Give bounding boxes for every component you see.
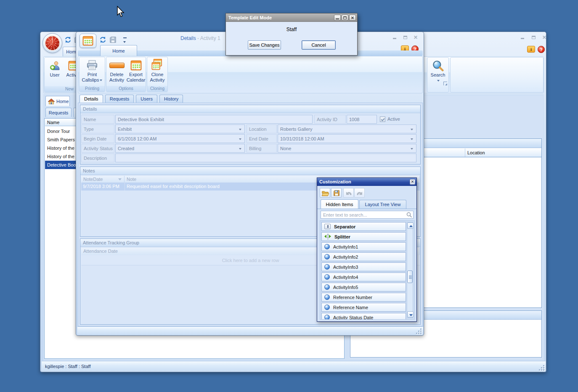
attendance-group-caption-label: Attendance Tracking Group <box>83 240 139 245</box>
scroll-thumb[interactable] <box>407 270 413 283</box>
note-row-text: Requested easel for exhibit description … <box>127 183 220 191</box>
tab-layout-tree-view[interactable]: Layout Tree View <box>359 200 406 209</box>
hidden-item[interactable]: ActivityInfo5 <box>321 283 406 291</box>
title-secondary: - Activity 1 <box>197 35 220 41</box>
refresh-icon[interactable] <box>99 36 106 44</box>
location-combo[interactable]: Roberts Gallery <box>278 124 416 133</box>
close-button[interactable]: ✕ <box>349 15 356 21</box>
application-logo-button[interactable] <box>42 33 62 53</box>
help-icon[interactable]: ? <box>538 46 545 53</box>
qat-customize-icon[interactable] <box>123 37 127 44</box>
save-icon[interactable] <box>109 36 117 44</box>
end-date-combo[interactable]: 10/31/2018 12:00 AM <box>278 134 416 143</box>
end-date-label: End Date <box>247 134 277 143</box>
minimize-button[interactable] <box>334 15 341 21</box>
activity-id-field[interactable]: 1008 <box>347 115 377 124</box>
clone-activity-button[interactable]: Clone Activity <box>148 58 167 83</box>
redo-button[interactable] <box>354 188 365 198</box>
cancel-button[interactable]: Cancel <box>302 40 336 50</box>
hidden-item[interactable]: Reference Name <box>321 303 406 312</box>
details-app-button[interactable] <box>80 34 96 48</box>
hidden-item[interactable]: ActivityInfo2 <box>321 252 406 261</box>
field-sphere-icon <box>324 284 330 290</box>
hidden-item-label: ActivityInfo4 <box>333 275 358 280</box>
list-scrollbar[interactable] <box>407 222 413 318</box>
notes-col-notedate[interactable]: NoteDate <box>81 176 125 183</box>
details-doc-tabs: Details Requests Users History <box>80 95 184 103</box>
type-label: Type <box>81 124 114 133</box>
customization-panel: Customization ✕ Hidden Items Layout Tree… <box>317 177 417 322</box>
maximize-button[interactable] <box>342 15 348 21</box>
tab-requests[interactable]: Requests <box>105 95 134 103</box>
hidden-item[interactable]: Reference Number <box>321 293 406 302</box>
begin-date-combo[interactable]: 6/1/2018 12:00 AM <box>115 134 245 143</box>
sidebar-tab-home[interactable]: Home <box>45 96 70 106</box>
save-icon <box>333 190 340 196</box>
template-dialog-title-label: Template Edit Mode <box>228 15 272 20</box>
field-sphere-icon <box>324 305 330 310</box>
tab-hidden-items[interactable]: Hidden Items <box>321 199 358 209</box>
tab-users-label: Users <box>141 96 153 101</box>
search-dialog-launcher-icon[interactable] <box>443 82 447 85</box>
resize-grip[interactable] <box>539 366 544 371</box>
ribbon-group-printing-label: Printing <box>80 86 105 92</box>
hidden-item-splitter[interactable]: Splitter <box>321 232 406 241</box>
hidden-item[interactable]: ActivityInfo3 <box>321 262 406 271</box>
search-dropdown-icon <box>437 80 440 82</box>
template-dialog-message: Staff <box>226 26 357 32</box>
sidebar-tab-requests[interactable]: Requests <box>45 108 72 117</box>
tab-users[interactable]: Users <box>136 95 157 103</box>
hidden-item-label: ActivityInfo2 <box>333 254 358 260</box>
minimize-button[interactable] <box>391 34 398 40</box>
hidden-item[interactable]: ActivityInfo4 <box>321 273 406 281</box>
tab-history[interactable]: History <box>159 95 183 103</box>
print-dropdown-icon <box>100 79 102 81</box>
active-checkbox[interactable] <box>380 117 385 122</box>
notes-group-caption: Notes <box>80 167 420 175</box>
splitter-icon <box>324 234 331 239</box>
billing-category-combo[interactable]: None <box>278 144 416 153</box>
search-input[interactable] <box>321 211 414 219</box>
save-layout-button[interactable] <box>331 188 342 198</box>
details-group-caption-label: Details <box>83 106 97 111</box>
new-user-button[interactable]: User <box>47 59 63 78</box>
scroll-up-icon[interactable] <box>407 222 414 229</box>
search-icon[interactable] <box>406 212 412 217</box>
print-callslips-button[interactable]: Print Callslips <box>80 58 104 83</box>
type-combo[interactable]: Exhibit <box>115 124 245 133</box>
resize-grip[interactable] <box>416 329 422 334</box>
name-field[interactable]: Detective Book Exhibit <box>115 115 313 124</box>
hidden-item[interactable]: ActivityInfo1 <box>321 242 406 251</box>
hidden-item[interactable]: Activity Status Date <box>321 313 406 320</box>
undo-button[interactable] <box>343 188 354 198</box>
search-label: Search <box>429 72 447 78</box>
save-changes-button[interactable]: Save Changes <box>248 40 281 50</box>
description-field[interactable] <box>115 154 416 162</box>
maximize-button[interactable] <box>401 34 409 40</box>
close-button[interactable]: ✕ <box>541 34 548 40</box>
close-button[interactable]: ✕ <box>412 34 419 40</box>
field-sphere-icon <box>324 254 330 260</box>
export-calendar-button[interactable]: Export Calendar <box>126 58 146 83</box>
status-user-text: kgillespie : Staff : Staff <box>45 364 90 369</box>
customization-titlebar[interactable]: Customization ✕ <box>317 178 416 186</box>
hidden-item-separator[interactable]: Separator <box>321 222 406 231</box>
tab-details[interactable]: Details <box>80 95 103 103</box>
delete-activity-button[interactable]: Delete Activity <box>107 58 126 83</box>
open-layout-button[interactable] <box>320 188 330 198</box>
billing-category-label: Billing Category <box>247 144 277 153</box>
list-row-label: History of the <box>47 146 74 151</box>
details-ribbon-tab-home[interactable]: Home <box>100 45 137 56</box>
search-button[interactable]: Search <box>429 59 447 83</box>
maximize-button[interactable] <box>530 34 537 40</box>
about-icon[interactable]: i <box>527 46 535 53</box>
scroll-down-icon[interactable] <box>407 311 414 318</box>
refresh-icon[interactable] <box>64 36 72 44</box>
close-icon[interactable]: ✕ <box>410 179 415 185</box>
field-sphere-icon <box>324 294 330 300</box>
activity-status-combo[interactable]: Created <box>115 144 245 153</box>
list-row-label: History of the <box>47 154 74 159</box>
column-header-location[interactable]: Location <box>467 148 485 157</box>
minimize-button[interactable] <box>519 34 526 40</box>
home-icon <box>48 98 55 104</box>
